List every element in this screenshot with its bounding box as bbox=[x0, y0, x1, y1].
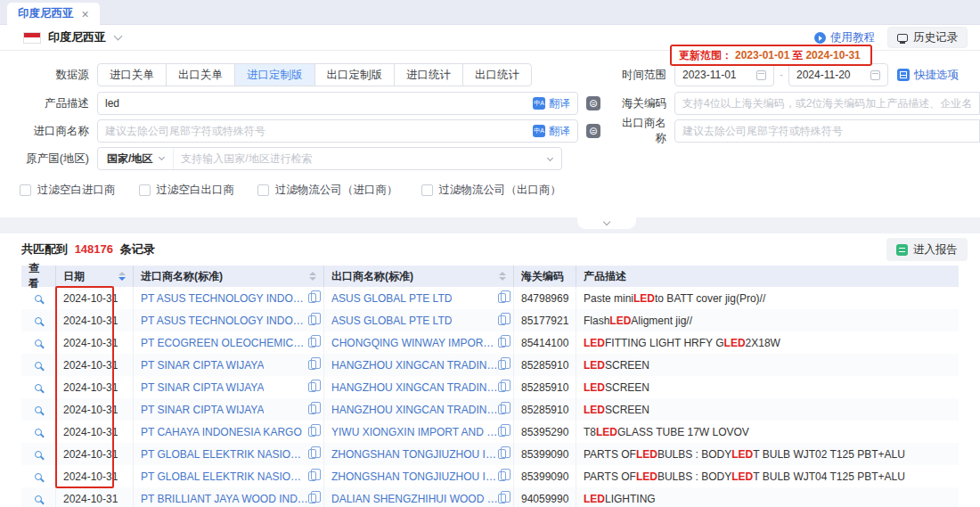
importer-link[interactable]: PT SINAR CIPTA WIJAYA bbox=[141, 404, 264, 416]
exporter-link[interactable]: ZHONGSHAN TONGJIUZHOU INTERNA... bbox=[331, 470, 498, 483]
copy-icon[interactable] bbox=[498, 405, 506, 414]
hs-code-label: 海关编码 bbox=[618, 96, 666, 111]
origin-search-placeholder[interactable]: 支持输入国家/地区进行检索 bbox=[174, 151, 548, 167]
sort-asc-icon bbox=[309, 272, 316, 275]
copy-icon[interactable] bbox=[498, 293, 506, 303]
exporter-link[interactable]: HANGZHOU XINGCAN TRADING CO LTD bbox=[331, 404, 498, 416]
importer-link[interactable]: PT GLOBAL ELEKTRIK NASIONAL bbox=[141, 470, 308, 483]
view-record-icon[interactable] bbox=[35, 339, 42, 347]
copy-icon[interactable] bbox=[308, 405, 316, 414]
column-header-imp[interactable]: 进口商名称(标准) bbox=[134, 266, 324, 287]
source-tab[interactable]: 进口关单 bbox=[97, 63, 167, 86]
importer-link[interactable]: PT CAHAYA INDONESIA KARGO bbox=[141, 426, 302, 438]
collapse-panel-handle[interactable] bbox=[577, 217, 636, 229]
importer-link[interactable]: PT SINAR CIPTA WIJAYA bbox=[141, 381, 264, 394]
copy-icon[interactable] bbox=[308, 293, 316, 303]
copy-icon[interactable] bbox=[308, 427, 316, 437]
copy-icon[interactable] bbox=[498, 449, 506, 459]
product-desc-cell: LED SCREEN bbox=[576, 398, 959, 421]
sort-icon[interactable] bbox=[494, 272, 506, 281]
sort-asc-icon bbox=[118, 272, 126, 275]
copy-icon[interactable] bbox=[498, 494, 506, 503]
translate-button[interactable]: 翻译 bbox=[526, 124, 577, 139]
filter-checkbox[interactable]: 过滤空白进口商 bbox=[20, 183, 116, 198]
importer-input[interactable] bbox=[98, 120, 526, 142]
source-tab[interactable]: 出口定制版 bbox=[314, 63, 396, 86]
translate-label: 翻译 bbox=[549, 96, 570, 111]
copy-icon[interactable] bbox=[308, 494, 316, 503]
view-record-icon[interactable] bbox=[35, 384, 42, 391]
importer-cell: PT ASUS TECHNOLOGY INDONESIA BA... bbox=[134, 309, 324, 331]
history-button[interactable]: 历史记录 bbox=[887, 27, 968, 48]
importer-link[interactable]: PT ASUS TECHNOLOGY INDONESIA BA... bbox=[141, 292, 308, 305]
copy-icon[interactable] bbox=[308, 360, 316, 370]
hs-code-input[interactable] bbox=[675, 93, 979, 114]
view-record-icon[interactable] bbox=[35, 429, 42, 436]
chevron-down-icon bbox=[159, 154, 165, 160]
column-header-date[interactable]: 日期 bbox=[56, 266, 134, 287]
origin-country-select[interactable]: 国家/地区 bbox=[98, 148, 174, 169]
importer-link[interactable]: PT BRILLIANT JAYA WOOD INDUSTRY bbox=[141, 493, 308, 505]
source-tab[interactable]: 进口定制版 bbox=[234, 63, 315, 86]
copy-icon[interactable] bbox=[498, 360, 506, 370]
close-icon[interactable]: × bbox=[82, 8, 89, 20]
exporter-link[interactable]: HANGZHOU XINGCAN TRADING CO LTD bbox=[331, 381, 498, 394]
view-record-icon[interactable] bbox=[35, 317, 42, 324]
exporter-link[interactable]: YIWU XIONGXIN IMPORT AND EXPORT... bbox=[331, 426, 498, 438]
source-tab[interactable]: 进口统计 bbox=[394, 63, 463, 86]
copy-icon[interactable] bbox=[308, 471, 316, 481]
chevron-down-icon[interactable] bbox=[114, 32, 123, 41]
copy-icon[interactable] bbox=[308, 449, 316, 459]
view-record-icon[interactable] bbox=[35, 473, 42, 480]
exporter-link[interactable]: ASUS GLOBAL PTE LTD bbox=[331, 292, 452, 305]
copy-icon[interactable] bbox=[498, 315, 506, 325]
importer-link[interactable]: PT GLOBAL ELEKTRIK NASIONAL bbox=[141, 448, 308, 461]
filter-checkbox[interactable]: 过滤物流公司（进口商） bbox=[257, 183, 398, 198]
view-record-icon[interactable] bbox=[35, 406, 42, 413]
importer-link[interactable]: PT SINAR CIPTA WIJAYA bbox=[141, 359, 264, 372]
synonym-match-icon[interactable] bbox=[586, 124, 600, 138]
product-desc-input[interactable] bbox=[98, 93, 526, 114]
exporter-link[interactable]: ASUS GLOBAL PTE LTD bbox=[331, 315, 452, 327]
exporter-link[interactable]: HANGZHOU XINGCAN TRADING CO LTD bbox=[331, 359, 498, 372]
tab-indonesia[interactable]: 印度尼西亚 × bbox=[7, 3, 100, 25]
translate-button[interactable]: 翻译 bbox=[526, 96, 577, 111]
sort-icon[interactable] bbox=[113, 272, 126, 281]
source-tab[interactable]: 出口关单 bbox=[166, 63, 235, 86]
copy-icon[interactable] bbox=[498, 471, 506, 481]
importer-inputbox: 翻译 bbox=[97, 119, 578, 143]
exporter-link[interactable]: DALIAN SHENGZHIHUI WOOD INDUST... bbox=[331, 493, 498, 505]
date-from-input[interactable]: 2023-11-01 bbox=[674, 63, 774, 86]
date-to-input[interactable]: 2024-11-20 bbox=[788, 63, 888, 86]
importer-link[interactable]: PT ECOGREEN OLEOCHEMICALS bbox=[141, 337, 308, 349]
view-cell bbox=[21, 331, 56, 354]
view-record-icon[interactable] bbox=[35, 451, 42, 458]
filter-checkbox[interactable]: 过滤物流公司（出口商） bbox=[421, 183, 562, 198]
exporter-link[interactable]: ZHONGSHAN TONGJIUZHOU INTERNA... bbox=[331, 448, 498, 461]
exporter-link[interactable]: CHONGQING WINWAY IMPORT AND E... bbox=[331, 337, 498, 349]
chevron-down-icon[interactable] bbox=[547, 154, 553, 160]
tutorial-link[interactable]: 使用教程 bbox=[814, 30, 875, 45]
copy-icon[interactable] bbox=[308, 338, 316, 348]
column-header-exp[interactable]: 出口商名称(标准) bbox=[324, 266, 514, 287]
importer-link[interactable]: PT ASUS TECHNOLOGY INDONESIA BA... bbox=[141, 315, 308, 327]
view-record-icon[interactable] bbox=[35, 362, 42, 369]
enter-report-button[interactable]: 进入报告 bbox=[886, 238, 968, 261]
quick-options-link[interactable]: 快捷选项 bbox=[897, 68, 959, 83]
copy-icon[interactable] bbox=[308, 315, 316, 325]
source-tab[interactable]: 出口统计 bbox=[462, 63, 532, 86]
copy-icon[interactable] bbox=[498, 382, 506, 392]
checkbox-label: 过滤物流公司（进口商） bbox=[275, 183, 398, 198]
copy-icon[interactable] bbox=[498, 427, 506, 437]
filter-checkbox[interactable]: 过滤空白出口商 bbox=[139, 183, 235, 198]
importer-cell: PT SINAR CIPTA WIJAYA bbox=[134, 354, 324, 376]
view-record-icon[interactable] bbox=[35, 495, 42, 503]
synonym-match-icon[interactable] bbox=[586, 96, 600, 110]
translate-icon bbox=[533, 97, 545, 110]
exporter-input[interactable] bbox=[675, 120, 979, 142]
copy-icon[interactable] bbox=[498, 338, 506, 348]
sort-icon[interactable] bbox=[304, 272, 316, 281]
view-record-icon[interactable] bbox=[35, 295, 42, 302]
highlighted-keyword: LED bbox=[584, 493, 605, 505]
copy-icon[interactable] bbox=[308, 382, 316, 392]
